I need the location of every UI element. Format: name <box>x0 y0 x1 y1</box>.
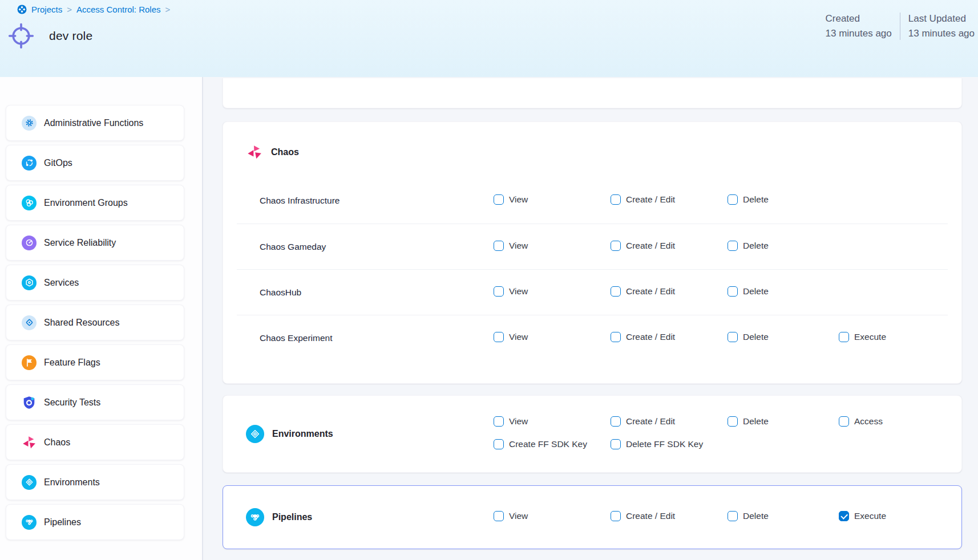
checkbox-label: View <box>509 416 528 427</box>
permission-option-execute[interactable]: Execute <box>839 511 886 521</box>
checkbox-delete[interactable] <box>728 332 738 342</box>
sidebar-item-shared-resources[interactable]: Shared Resources <box>6 305 184 340</box>
permission-option-delete[interactable]: Delete <box>728 416 769 427</box>
permission-option-create-edit[interactable]: Create / Edit <box>611 416 675 427</box>
checkbox-view[interactable] <box>494 241 504 251</box>
permission-option-delete-ff-sdk-key[interactable]: Delete FF SDK Key <box>611 439 703 449</box>
sidebar-item-environment-groups[interactable]: Environment Groups <box>6 185 184 221</box>
checkbox-delete[interactable] <box>728 286 738 297</box>
checkbox-access[interactable] <box>839 416 849 427</box>
projects-icon <box>17 5 27 14</box>
checkbox-view[interactable] <box>494 332 504 342</box>
checkbox-label: Create / Edit <box>626 286 675 297</box>
pipelines-card-header: Pipelines <box>237 508 494 526</box>
sidebar-item-label: Security Tests <box>44 397 100 408</box>
pipelines-card-title: Pipelines <box>272 512 312 522</box>
checkbox-create-edit[interactable] <box>611 416 621 427</box>
checkbox-delete-ff-sdk-key[interactable] <box>611 439 621 449</box>
checkbox-label: Create / Edit <box>626 416 675 427</box>
breadcrumb-projects-link[interactable]: Projects <box>31 5 62 14</box>
permission-option-create-edit[interactable]: Create / Edit <box>611 332 675 342</box>
permission-option-create-edit[interactable]: Create / Edit <box>611 286 675 297</box>
resource-label: Chaos Experiment <box>237 333 494 343</box>
permission-option-delete[interactable]: Delete <box>728 194 769 205</box>
option-cell: Execute <box>839 511 948 524</box>
sidebar-item-gitops[interactable]: GitOps <box>6 145 184 181</box>
environment-groups-icon <box>22 196 37 210</box>
permission-option-delete[interactable]: Delete <box>728 511 769 521</box>
last-updated-meta: Last Updated 13 minutes ago <box>900 11 978 41</box>
permission-option-create-edit[interactable]: Create / Edit <box>611 511 675 521</box>
checkbox-create-edit[interactable] <box>611 286 621 297</box>
option-cell: View <box>494 511 611 524</box>
option-cell: Create / Edit <box>611 194 728 207</box>
sidebar-item-feature-flags[interactable]: Feature Flags <box>6 344 184 380</box>
permission-option-delete[interactable]: Delete <box>728 286 769 297</box>
security-tests-icon <box>22 395 37 410</box>
permission-option-access[interactable]: Access <box>839 416 883 427</box>
breadcrumb-separator: > <box>165 5 171 14</box>
pipelines-icon <box>246 508 264 526</box>
sidebar-item-environments[interactable]: Environments <box>6 464 184 500</box>
permission-option-delete[interactable]: Delete <box>728 332 769 342</box>
sidebar-item-security-tests[interactable]: Security Tests <box>6 384 184 420</box>
sidebar-item-label: Services <box>44 278 79 288</box>
permission-option-delete[interactable]: Delete <box>728 241 769 251</box>
checkbox-label: Delete <box>743 194 769 205</box>
permission-option-view[interactable]: View <box>494 332 528 342</box>
breadcrumb: Projects > Access Control: Roles > <box>17 5 170 14</box>
checkbox-execute[interactable] <box>839 332 849 342</box>
option-cell: View <box>494 241 611 253</box>
checkbox-label: Delete <box>743 416 769 427</box>
permission-option-view[interactable]: View <box>494 194 528 205</box>
last-updated-value: 13 minutes ago <box>908 26 975 41</box>
sidebar-item-pipelines[interactable]: Pipelines <box>6 504 184 540</box>
checkbox-label: Create / Edit <box>626 332 675 342</box>
checkbox-create-edit[interactable] <box>611 241 621 251</box>
checkbox-label: Delete <box>743 332 769 342</box>
sidebar-item-administrative-functions[interactable]: Administrative Functions <box>6 105 184 141</box>
option-cell: Delete <box>728 194 839 207</box>
option-cell: Create / Edit <box>611 241 728 253</box>
sidebar-item-services[interactable]: Services <box>6 265 184 301</box>
checkbox-delete[interactable] <box>728 241 738 251</box>
sidebar-item-service-reliability[interactable]: Service Reliability <box>6 225 184 261</box>
option-cell: Delete <box>728 416 839 429</box>
permission-option-view[interactable]: View <box>494 416 528 427</box>
permission-option-execute[interactable]: Execute <box>839 332 886 342</box>
sidebar-item-label: Feature Flags <box>44 358 100 368</box>
checkbox-view[interactable] <box>494 511 504 521</box>
permission-option-create-edit[interactable]: Create / Edit <box>611 194 675 205</box>
checkbox-delete[interactable] <box>728 194 738 205</box>
checkbox-execute-checked[interactable] <box>839 511 849 521</box>
checkbox-create-edit[interactable] <box>611 511 621 521</box>
checkbox-view[interactable] <box>494 416 504 427</box>
resource-label: Chaos Infrastructure <box>237 196 494 206</box>
checkbox-view[interactable] <box>494 194 504 205</box>
permission-row-chaos-gameday: Chaos GamedayViewCreate / EditDelete <box>237 224 948 269</box>
option-cell: Access <box>839 416 948 429</box>
permission-option-view[interactable]: View <box>494 286 528 297</box>
admin-functions-icon <box>22 116 37 131</box>
checkbox-create-edit[interactable] <box>611 194 621 205</box>
permission-option-create-edit[interactable]: Create / Edit <box>611 241 675 251</box>
permission-row-chaos-infrastructure: Chaos InfrastructureViewCreate / EditDel… <box>237 178 948 224</box>
checkbox-view[interactable] <box>494 286 504 297</box>
environments-card-title: Environments <box>272 429 333 439</box>
environments-icon <box>22 475 37 490</box>
option-cell: View <box>494 332 611 344</box>
permission-option-create-ff-sdk-key[interactable]: Create FF SDK Key <box>494 439 587 449</box>
checkbox-create-edit[interactable] <box>611 332 621 342</box>
created-value: 13 minutes ago <box>826 26 892 41</box>
checkbox-create-ff-sdk-key[interactable] <box>494 439 504 449</box>
role-meta: Created 13 minutes ago Last Updated 13 m… <box>818 11 978 41</box>
permission-row-chaoshub: ChaosHubViewCreate / EditDelete <box>237 269 948 315</box>
checkbox-delete[interactable] <box>728 416 738 427</box>
checkbox-delete[interactable] <box>728 511 738 521</box>
breadcrumb-roles-link[interactable]: Access Control: Roles <box>76 5 161 14</box>
breadcrumb-separator: > <box>67 5 72 14</box>
sidebar-item-chaos[interactable]: Chaos <box>6 424 184 460</box>
permission-option-view[interactable]: View <box>494 511 528 521</box>
permission-option-view[interactable]: View <box>494 241 528 251</box>
checkbox-label: Create / Edit <box>626 241 675 251</box>
